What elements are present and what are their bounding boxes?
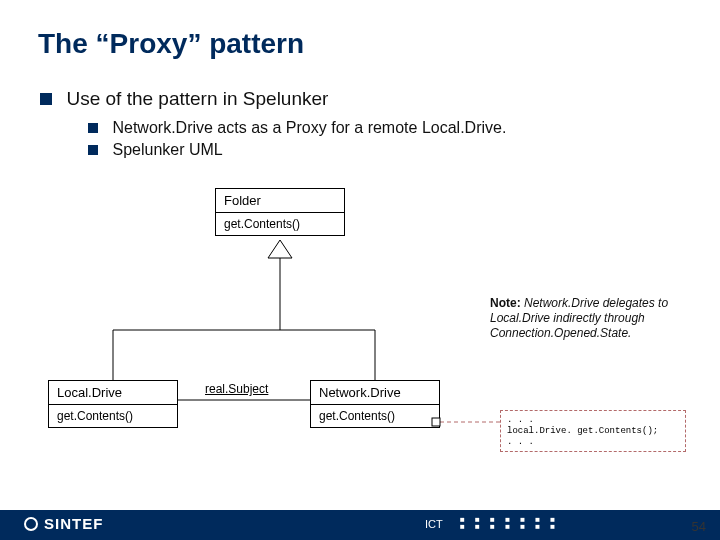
- bullet-square-icon: [88, 145, 98, 155]
- code-line: local.Drive. get.Contents();: [507, 426, 679, 437]
- footer-dots-icon: ■ ■ ■ ■ ■ ■ ■■ ■ ■ ■ ■ ■ ■: [460, 516, 559, 530]
- slide: The “Proxy” pattern Use of the pattern i…: [0, 0, 720, 540]
- uml-connectors: [0, 0, 720, 540]
- code-note: . . . local.Drive. get.Contents(); . . .: [500, 410, 686, 452]
- slide-title: The “Proxy” pattern: [38, 28, 304, 60]
- footer-bar: SINTEF ICT ■ ■ ■ ■ ■ ■ ■■ ■ ■ ■ ■ ■ ■: [0, 510, 720, 540]
- bullet2a-text: Network.Drive acts as a Proxy for a remo…: [112, 119, 506, 136]
- note-heading: Note:: [490, 296, 521, 310]
- bullet-level2: Network.Drive acts as a Proxy for a remo…: [88, 118, 506, 137]
- uml-class-name: Local.Drive: [49, 381, 177, 404]
- code-line: . . .: [507, 437, 679, 448]
- uml-class-networkdrive: Network.Drive get.Contents(): [310, 380, 440, 428]
- bullet-square-icon: [40, 93, 52, 105]
- uml-class-name: Network.Drive: [311, 381, 439, 404]
- association-label: real.Subject: [205, 382, 268, 396]
- uml-operation: get.Contents(): [311, 405, 439, 427]
- uml-class-localdrive: Local.Drive get.Contents(): [48, 380, 178, 428]
- uml-class-folder: Folder get.Contents(): [215, 188, 345, 236]
- bullet-level2: Spelunker UML: [88, 140, 223, 159]
- note-text: Note: Network.Drive delegates to Local.D…: [490, 296, 680, 341]
- uml-operation: get.Contents(): [216, 213, 344, 235]
- logo-ring-icon: [24, 517, 38, 531]
- brand-logo: SINTEF: [24, 515, 103, 532]
- code-line: . . .: [507, 415, 679, 426]
- bullet1-text: Use of the pattern in Spelunker: [66, 88, 328, 109]
- brand-text: SINTEF: [44, 515, 103, 532]
- bullet-square-icon: [88, 123, 98, 133]
- uml-class-name: Folder: [216, 189, 344, 212]
- svg-marker-0: [268, 240, 292, 258]
- page-number: 54: [692, 519, 706, 534]
- department-label: ICT: [425, 518, 443, 530]
- uml-operation: get.Contents(): [49, 405, 177, 427]
- bullet-level1: Use of the pattern in Spelunker: [40, 88, 328, 110]
- bullet2b-text: Spelunker UML: [112, 141, 222, 158]
